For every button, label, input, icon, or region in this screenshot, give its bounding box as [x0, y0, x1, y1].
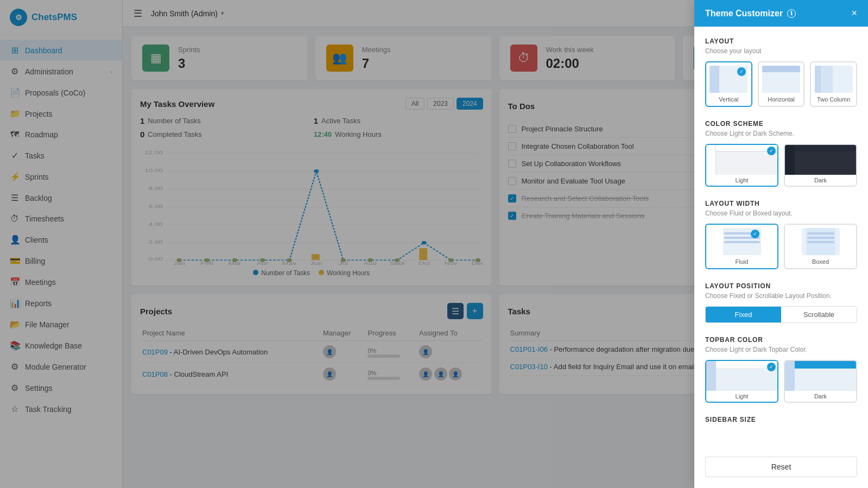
- layout-position-section: LAYOUT POSITION Choose Fixed or Scrollab…: [705, 282, 857, 323]
- width-options: ✓ Fluid Boxed: [705, 224, 857, 269]
- theme-body: LAYOUT Choose your layout ✓ Vertical: [694, 27, 868, 457]
- theme-header: Theme Customizer ℹ ×: [694, 0, 868, 27]
- layout-section-title: LAYOUT: [705, 37, 857, 45]
- width-boxed[interactable]: Boxed: [784, 224, 857, 269]
- width-fluid[interactable]: ✓ Fluid: [705, 224, 778, 269]
- topbar-color-desc: Choose Light or Dark Topbar Color.: [705, 346, 857, 353]
- reset-button[interactable]: Reset: [705, 457, 857, 477]
- layout-option-vertical[interactable]: ✓ Vertical: [705, 61, 752, 107]
- topbar-dark[interactable]: Dark: [784, 360, 857, 403]
- layout-position-desc: Choose Fixed or Scrollable Layout Positi…: [705, 292, 857, 300]
- topbar-color-section: TOPBAR COLOR Choose Light or Dark Topbar…: [705, 336, 857, 403]
- fluid-label: Fluid: [736, 258, 749, 265]
- topbar-color-title: TOPBAR COLOR: [705, 336, 857, 344]
- layout-vertical-preview: ✓: [709, 66, 747, 93]
- layout-width-desc: Choose Fluid or Boxed layout.: [705, 210, 857, 217]
- layout-option-horizontal[interactable]: Horizontal: [758, 61, 805, 107]
- scheme-dark-label: Dark: [785, 175, 856, 186]
- boxed-label: Boxed: [812, 258, 829, 265]
- selected-check: ✓: [767, 147, 776, 155]
- scheme-light-preview: ✓: [706, 145, 777, 175]
- sidebar-size-section: SIDEBAR SIZE: [705, 416, 857, 423]
- topbar-light-preview: ✓: [706, 361, 777, 391]
- topbar-light-label: Light: [706, 391, 777, 402]
- layout-width-title: LAYOUT WIDTH: [705, 200, 857, 207]
- sidebar-size-title: SIDEBAR SIZE: [705, 416, 857, 423]
- topbar-dark-preview: [785, 361, 856, 391]
- topbar-dark-label: Dark: [785, 391, 856, 402]
- theme-close-button[interactable]: ×: [851, 8, 857, 19]
- layout-vertical-label: Vertical: [719, 96, 738, 103]
- position-fixed-btn[interactable]: Fixed: [706, 307, 781, 322]
- position-scrollable-btn[interactable]: Scrollable: [781, 307, 857, 322]
- color-scheme-section: COLOR SCHEME Choose Light or Dark Scheme…: [705, 120, 857, 187]
- color-scheme-desc: Choose Light or Dark Scheme.: [705, 130, 857, 137]
- layout-section-desc: Choose your layout: [705, 47, 857, 55]
- theme-customizer-panel: Theme Customizer ℹ × LAYOUT Choose your …: [694, 0, 868, 488]
- layout-two-column-label: Two Column: [817, 96, 850, 103]
- scheme-light-label: Light: [706, 175, 777, 186]
- layout-section: LAYOUT Choose your layout ✓ Vertical: [705, 37, 857, 107]
- color-scheme-options: ✓ Light Dark: [705, 144, 857, 187]
- topbar-light[interactable]: ✓ Light: [705, 360, 778, 403]
- selected-check: ✓: [751, 230, 759, 238]
- layout-width-section: LAYOUT WIDTH Choose Fluid or Boxed layou…: [705, 200, 857, 269]
- color-scheme-title: COLOR SCHEME: [705, 120, 857, 128]
- position-toggle: Fixed Scrollable: [705, 306, 857, 323]
- theme-info-icon: ℹ: [787, 9, 796, 18]
- theme-header-title: Theme Customizer ℹ: [705, 9, 796, 18]
- layout-options: ✓ Vertical Horizontal: [705, 61, 857, 107]
- layout-horizontal-preview: [762, 66, 800, 93]
- layout-two-col-preview: [815, 66, 853, 93]
- theme-customizer-label: Theme Customizer: [705, 9, 783, 18]
- scheme-dark-preview: [785, 145, 856, 175]
- topbar-color-options: ✓ Light Dark: [705, 360, 857, 403]
- layout-horizontal-label: Horizontal: [768, 96, 795, 103]
- layout-position-title: LAYOUT POSITION: [705, 282, 857, 290]
- selected-check: ✓: [767, 363, 776, 371]
- boxed-preview: [802, 228, 840, 255]
- fluid-preview: ✓: [723, 228, 761, 255]
- layout-option-two-column[interactable]: Two Column: [810, 61, 857, 107]
- scheme-light[interactable]: ✓ Light: [705, 144, 778, 187]
- scheme-dark[interactable]: Dark: [784, 144, 857, 187]
